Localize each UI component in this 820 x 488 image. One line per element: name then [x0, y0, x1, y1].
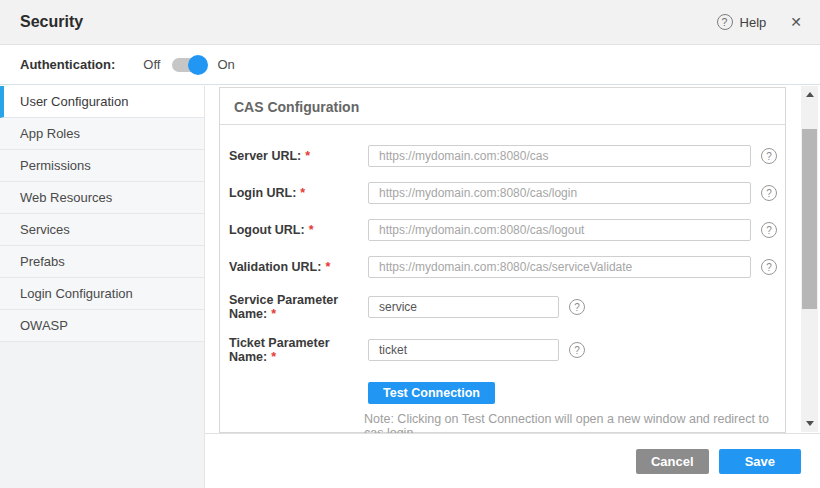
login-url-input[interactable] — [368, 182, 751, 204]
help-icon[interactable]: ? — [717, 14, 733, 30]
required-marker: * — [309, 223, 314, 237]
scrollbar-thumb[interactable] — [802, 129, 817, 309]
help-label[interactable]: Help — [740, 15, 767, 30]
authentication-row: Authentication: Off On — [0, 45, 820, 85]
service-parameter-input[interactable] — [368, 296, 559, 318]
toggle-knob[interactable] — [188, 55, 208, 75]
test-connection-button[interactable]: Test Connection — [368, 382, 495, 404]
dialog-footer: Cancel Save — [205, 433, 820, 488]
help-icon[interactable]: ? — [761, 148, 777, 164]
sidebar-item-owasp[interactable]: OWASP — [0, 310, 204, 342]
help-icon[interactable]: ? — [569, 342, 585, 358]
field-label: Server URL:* — [229, 149, 368, 163]
close-icon[interactable]: ✕ — [790, 15, 802, 29]
header-actions: ? Help ✕ — [717, 14, 802, 30]
required-marker: * — [271, 350, 276, 364]
authentication-toggle[interactable] — [172, 58, 205, 72]
settings-sidebar: User Configuration App Roles Permissions… — [0, 86, 205, 488]
form-row-server-url: Server URL:* ? — [229, 145, 785, 167]
sidebar-item-web-resources[interactable]: Web Resources — [0, 182, 204, 214]
cas-configuration-panel: CAS Configuration Server URL:* ? Login U… — [219, 87, 786, 433]
sidebar-item-prefabs[interactable]: Prefabs — [0, 246, 204, 278]
server-url-input[interactable] — [368, 145, 751, 167]
help-icon[interactable]: ? — [569, 299, 585, 315]
logout-url-input[interactable] — [368, 219, 751, 241]
form-row-ticket-parameter: Ticket Parameter Name:* ? — [229, 336, 785, 364]
cas-form: Server URL:* ? Login URL:* ? Logout URL:… — [220, 125, 785, 440]
form-row-service-parameter: Service Parameter Name:* ? — [229, 293, 785, 321]
cancel-button[interactable]: Cancel — [636, 449, 709, 474]
form-row-login-url: Login URL:* ? — [229, 182, 785, 204]
ticket-parameter-input[interactable] — [368, 339, 559, 361]
sidebar-item-user-configuration[interactable]: User Configuration — [0, 86, 204, 118]
validation-url-input[interactable] — [368, 256, 751, 278]
scrollbar[interactable] — [801, 86, 818, 432]
toggle-on-label: On — [217, 57, 234, 72]
dialog-header: Security ? Help ✕ — [0, 0, 820, 45]
field-label: Service Parameter Name:* — [229, 293, 368, 321]
page-title: Security — [20, 13, 83, 31]
field-label: Validation URL:* — [229, 260, 368, 274]
required-marker: * — [325, 260, 330, 274]
help-icon[interactable]: ? — [761, 222, 777, 238]
arrow-up-icon — [806, 92, 814, 97]
arrow-down-icon — [806, 421, 814, 426]
sidebar-item-services[interactable]: Services — [0, 214, 204, 246]
required-marker: * — [305, 149, 310, 163]
scroll-up-button[interactable] — [801, 87, 818, 102]
help-icon[interactable]: ? — [761, 259, 777, 275]
scroll-down-button[interactable] — [801, 416, 818, 431]
authentication-label: Authentication: — [20, 57, 115, 72]
form-row-validation-url: Validation URL:* ? — [229, 256, 785, 278]
field-label: Login URL:* — [229, 186, 368, 200]
required-marker: * — [271, 307, 276, 321]
toggle-off-label: Off — [143, 57, 160, 72]
save-button[interactable]: Save — [719, 449, 801, 474]
form-row-logout-url: Logout URL:* ? — [229, 219, 785, 241]
help-icon[interactable]: ? — [761, 185, 777, 201]
sidebar-item-permissions[interactable]: Permissions — [0, 150, 204, 182]
sidebar-item-app-roles[interactable]: App Roles — [0, 118, 204, 150]
field-label: Logout URL:* — [229, 223, 368, 237]
sidebar-item-login-configuration[interactable]: Login Configuration — [0, 278, 204, 310]
required-marker: * — [300, 186, 305, 200]
security-dialog: Security ? Help ✕ Authentication: Off On… — [0, 0, 820, 488]
field-label: Ticket Parameter Name:* — [229, 336, 368, 364]
section-title: CAS Configuration — [220, 88, 785, 125]
